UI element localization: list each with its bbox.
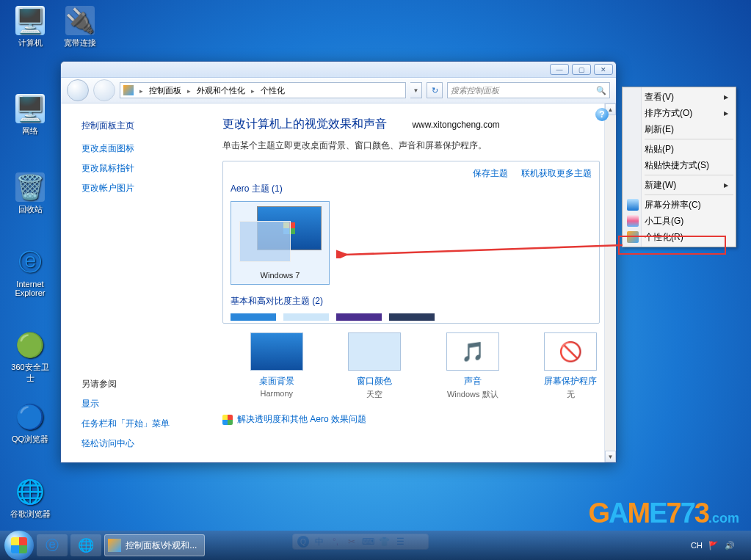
basic-themes-row	[231, 313, 592, 321]
watermark-logo: GAME773.com	[589, 498, 739, 529]
desktop-icon-broadband[interactable]: 🔌宽带连接	[57, 6, 103, 48]
scroll-down-button[interactable]: ▼	[605, 451, 616, 462]
desktop-icon-360[interactable]: 🟢360安全卫士	[7, 330, 53, 384]
desktop-icon-chrome[interactable]: 🌐谷歌浏览器	[7, 477, 53, 520]
tray-lang-indicator[interactable]: CH	[691, 541, 703, 550]
network-icon: 🖥️	[15, 94, 45, 123]
desktop-icon-recycle-bin[interactable]: 🗑️回收站	[7, 172, 53, 215]
breadcrumb-item[interactable]: 外观和个性化	[197, 85, 245, 96]
breadcrumb-sep-icon	[138, 86, 145, 95]
search-input[interactable]: 搜索控制面板 🔍	[447, 82, 610, 98]
scrollbar[interactable]: ▲ ▼	[604, 103, 616, 462]
menu-separator	[645, 175, 733, 175]
aero-troubleshoot-link[interactable]: 解决透明度和其他 Aero 效果问题	[222, 413, 600, 426]
tray-network-icon[interactable]: 🔊	[725, 541, 735, 550]
shield-icon	[222, 415, 233, 425]
sidebar-link-ease-of-access[interactable]: 轻松访问中心	[81, 437, 205, 450]
navbar: 控制面板 外观和个性化 个性化 ▼ ↻ 搜索控制面板 🔍	[61, 78, 616, 103]
windows-logo-icon	[11, 537, 27, 553]
sound-icon: 🎵	[446, 332, 499, 371]
control-panel-icon	[123, 85, 134, 95]
sidebar-link-mouse-pointer[interactable]: 更改鼠标指针	[81, 162, 205, 175]
trash-icon: 🗑️	[15, 172, 45, 202]
setting-window-color[interactable]: 窗口颜色 天空	[346, 332, 404, 400]
setting-screensaver[interactable]: 🚫 屏幕保护程序 无	[542, 332, 601, 400]
menu-separator	[645, 194, 733, 195]
monitor-icon	[627, 199, 639, 211]
desktop-icon-ie[interactable]: ⓔInternet Explorer	[7, 248, 53, 297]
ie-icon: ⓔ	[15, 248, 45, 277]
breadcrumb-item[interactable]: 个性化	[261, 85, 285, 96]
get-more-themes-link[interactable]: 联机获取更多主题	[521, 167, 592, 180]
titlebar: — ▢ ✕	[61, 62, 616, 78]
page-subtitle: 单击某个主题立即更改桌面背景、窗口颜色、声音和屏幕保护程序。	[222, 139, 600, 152]
close-button[interactable]: ✕	[594, 64, 613, 75]
save-theme-link[interactable]: 保存主题	[473, 167, 508, 180]
sidebar-link-display[interactable]: 显示	[81, 398, 205, 410]
qq-icon: 🔵	[15, 402, 45, 432]
gadget-icon	[627, 215, 639, 227]
menu-sort-by[interactable]: 排序方式(O)	[624, 105, 734, 121]
sidebar-link-account-picture[interactable]: 更改帐户图片	[81, 182, 205, 194]
breadcrumb-item[interactable]: 控制面板	[149, 85, 181, 96]
taskbar-pinned-ie[interactable]: ⓔ	[37, 534, 68, 556]
maximize-button[interactable]: ▢	[572, 64, 591, 75]
refresh-button[interactable]: ↻	[427, 82, 443, 98]
desktop-icon-computer[interactable]: 🖥️计算机	[7, 6, 53, 48]
menu-view[interactable]: 查看(V)	[624, 89, 734, 105]
color-icon	[348, 332, 401, 371]
control-panel-icon	[108, 539, 121, 552]
theme-item-windows7[interactable]: Windows 7	[231, 201, 330, 285]
sidebar: 控制面板主页 更改桌面图标 更改鼠标指针 更改帐户图片 另请参阅 显示 任务栏和…	[61, 103, 215, 462]
control-panel-window: — ▢ ✕ 控制面板 外观和个性化 个性化 ▼ ↻ 搜索控制面板 🔍 控制面板主…	[60, 61, 617, 463]
desktop-icon-network[interactable]: 🖥️网络	[7, 94, 53, 137]
menu-personalize[interactable]: 个性化(R)	[624, 229, 734, 245]
plug-icon: 🔌	[65, 6, 95, 35]
breadcrumb-sep-icon	[250, 86, 256, 95]
theme-box: 保存主题 联机获取更多主题 Aero 主题 (1) Windows 7 基本和高…	[222, 161, 600, 324]
sidebar-link-desktop-icons[interactable]: 更改桌面图标	[81, 142, 205, 155]
aero-section-label: Aero 主题 (1)	[231, 183, 592, 195]
shield-icon: 🟢	[15, 330, 45, 360]
search-placeholder: 搜索控制面板	[451, 85, 499, 96]
theme-name: Windows 7	[236, 271, 324, 280]
minimize-button[interactable]: —	[550, 64, 569, 75]
main-pane: ▲ ▼ ? 更改计算机上的视觉效果和声音 www.xitongcheng.com…	[215, 103, 616, 462]
search-icon[interactable]: 🔍	[596, 86, 606, 95]
personalize-icon	[627, 231, 639, 243]
desktop-context-menu: 查看(V) 排序方式(O) 刷新(E) 粘贴(P) 粘贴快捷方式(S) 新建(W…	[622, 87, 736, 247]
theme-thumbnail	[236, 206, 324, 266]
menu-refresh[interactable]: 刷新(E)	[624, 121, 734, 137]
setting-desktop-background[interactable]: 桌面背景 Harmony	[247, 332, 306, 400]
system-tray: CH 🚩 🔊	[691, 541, 747, 550]
taskbar-pinned-chrome[interactable]: 🌐	[70, 534, 101, 556]
sidebar-heading[interactable]: 控制面板主页	[81, 120, 205, 132]
desktop-icon-qq-browser[interactable]: 🔵QQ浏览器	[7, 402, 53, 445]
sidebar-see-also-heading: 另请参阅	[81, 378, 205, 390]
taskbar-task-control-panel[interactable]: 控制面板\外观和...	[104, 534, 205, 556]
menu-separator	[645, 139, 733, 139]
forward-button[interactable]	[93, 79, 115, 101]
address-dropdown-button[interactable]: ▼	[410, 82, 422, 98]
help-icon[interactable]: ?	[595, 108, 609, 121]
menu-gadgets[interactable]: 小工具(G)	[624, 213, 734, 229]
watermark-text: www.xitongcheng.com	[412, 120, 499, 130]
page-title: 更改计算机上的视觉效果和声音	[222, 117, 387, 130]
menu-paste[interactable]: 粘贴(P)	[624, 141, 734, 157]
wallpaper-icon	[250, 332, 303, 371]
start-button[interactable]	[4, 531, 34, 560]
back-button[interactable]	[67, 79, 89, 101]
setting-sound[interactable]: 🎵 声音 Windows 默认	[443, 332, 502, 400]
address-bar[interactable]: 控制面板 外观和个性化 个性化	[120, 82, 406, 98]
monitor-icon: 🖥️	[15, 6, 45, 35]
menu-new[interactable]: 新建(W)	[624, 177, 734, 193]
basic-section-label: 基本和高对比度主题 (2)	[231, 295, 592, 308]
tray-flag-icon[interactable]: 🚩	[708, 541, 719, 550]
menu-screen-resolution[interactable]: 屏幕分辨率(C)	[624, 197, 734, 213]
bottom-settings-row: 桌面背景 Harmony 窗口颜色 天空 🎵 声音 Windows 默认 🚫 屏…	[247, 332, 600, 400]
screensaver-icon: 🚫	[544, 332, 597, 371]
breadcrumb-sep-icon	[186, 86, 192, 95]
menu-paste-shortcut[interactable]: 粘贴快捷方式(S)	[624, 157, 734, 173]
sidebar-link-taskbar-start[interactable]: 任务栏和「开始」菜单	[81, 418, 205, 430]
taskbar: ⓔ 🌐 控制面板\外观和... CH 🚩 🔊	[0, 531, 751, 560]
